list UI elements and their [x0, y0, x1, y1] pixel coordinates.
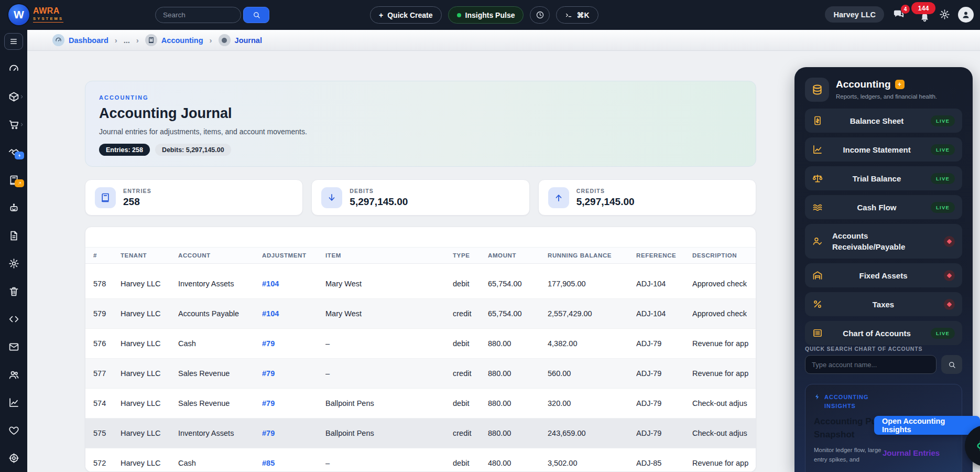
sidebar-item-automation[interactable]	[0, 202, 27, 213]
account-search-input[interactable]	[805, 355, 937, 374]
adjustment-link[interactable]: #79	[262, 339, 325, 348]
chat-button[interactable]: 4	[892, 8, 905, 20]
gear-icon	[939, 9, 950, 20]
table-cell: Ballpoint Pens	[325, 429, 453, 437]
sidebar-item-inventory[interactable]	[0, 91, 27, 102]
panel-item-label: Balance Sheet	[828, 115, 925, 126]
tenant-chip[interactable]: Harvey LLC	[825, 6, 884, 23]
sidebar-item-health[interactable]	[0, 425, 27, 436]
adjustment-link[interactable]: #104	[262, 309, 325, 318]
search-icon	[253, 11, 260, 19]
table-cell: 177,905.00	[548, 280, 636, 288]
breadcrumb-separator: ›	[210, 36, 212, 45]
user-check-icon	[812, 236, 823, 246]
table-header: #TENANTACCOUNTADJUSTMENTITEMTYPEAMOUNTRU…	[85, 247, 756, 264]
stat-value: 5,297,145.00	[576, 196, 635, 208]
journal-entries-link[interactable]: Journal Entries	[883, 448, 940, 457]
breadcrumb-separator: ›	[115, 36, 117, 45]
column-header: RUNNING BALANCE	[548, 252, 636, 259]
sidebar-item-accounting[interactable]	[0, 175, 27, 186]
stat-card-debits: DEBITS5,297,145.00	[311, 179, 529, 216]
column-header: AMOUNT	[488, 252, 548, 259]
breadcrumb-accounting[interactable]: Accounting	[145, 34, 203, 46]
history-button[interactable]	[530, 6, 550, 24]
table-row[interactable]: 572Harvey LLCCash#85–debit480.003,502.00…	[85, 448, 756, 472]
open-insights-button[interactable]: Open Accounting Insights	[874, 416, 980, 435]
table-cell: Accounts Payable	[178, 309, 262, 318]
accounting-panel: Accounting + Reports, ledgers, and finan…	[794, 67, 973, 472]
table-cell: Harvey LLC	[121, 399, 178, 407]
sidebar-item-settings[interactable]	[0, 258, 27, 269]
top-bar: W AWRA SYSTEMS + Quick Create Insights P…	[0, 0, 980, 30]
table-row[interactable]: 577Harvey LLCSales Revenue#79–credit880.…	[85, 359, 756, 389]
insights-pulse-button[interactable]: Insights Pulse	[448, 6, 524, 24]
panel-item-cash-flow[interactable]: Cash FlowLIVE	[805, 195, 962, 219]
new-dot-badge	[944, 270, 955, 281]
gauge-icon	[8, 63, 19, 74]
table-cell: Inventory Assets	[178, 429, 262, 437]
search-input[interactable]	[155, 7, 241, 23]
trash-icon	[8, 286, 19, 297]
sidebar-item-team[interactable]	[0, 369, 27, 380]
column-header: REFERENCE	[636, 252, 692, 259]
new-dot-badge	[944, 299, 955, 310]
panel-item-accounts-receivable-payable[interactable]: Accounts Receivable/Payable	[805, 224, 962, 259]
brand-logo[interactable]: W AWRA SYSTEMS	[8, 4, 63, 25]
panel-item-taxes[interactable]: Taxes	[805, 292, 962, 316]
list-icon	[812, 328, 823, 338]
panel-item-trial-balance[interactable]: Trial BalanceLIVE	[805, 166, 962, 190]
panel-item-balance-sheet[interactable]: Balance SheetLIVE	[805, 109, 962, 133]
table-row[interactable]: 576Harvey LLCCash#79–debit880.004,382.00…	[85, 329, 756, 359]
sidebar-item-goals[interactable]	[0, 453, 27, 464]
command-palette-button[interactable]: ⌘K	[556, 6, 598, 24]
sidebar-item-sales[interactable]	[0, 119, 27, 130]
account-button[interactable]	[958, 7, 974, 23]
adjustment-link[interactable]: #79	[262, 399, 325, 407]
table-cell: 3,502.00	[548, 459, 636, 467]
search-button[interactable]	[243, 7, 269, 23]
panel-item-fixed-assets[interactable]: Fixed Assets	[805, 263, 962, 287]
sidebar-item-analytics[interactable]	[0, 397, 27, 408]
table-cell: Harvey LLC	[121, 369, 178, 378]
sidebar-item-developer[interactable]	[0, 314, 27, 325]
table-row[interactable]: 575Harvey LLCInventory Assets#79Ballpoin…	[85, 419, 756, 448]
column-header: #	[93, 252, 121, 259]
table-cell: 576	[93, 339, 121, 348]
stat-label: CREDITS	[576, 188, 635, 194]
quick-create-button[interactable]: + Quick Create	[370, 6, 442, 24]
panel-item-income-statement[interactable]: Income StatementLIVE	[805, 137, 962, 162]
account-search-button[interactable]	[941, 355, 962, 374]
table-cell: 560.00	[548, 369, 636, 378]
column-header: TYPE	[453, 252, 488, 259]
clock-icon	[536, 10, 545, 19]
table-cell: –	[325, 369, 453, 378]
table-row[interactable]: 579Harvey LLCAccounts Payable#104Mary We…	[85, 299, 756, 329]
sidebar-item-documents[interactable]	[0, 230, 27, 241]
sidebar-item-dashboard[interactable]	[0, 63, 27, 74]
table-cell: credit	[453, 309, 488, 318]
adjustment-link[interactable]: #79	[262, 369, 325, 378]
sidebar-item-mail[interactable]	[0, 341, 27, 352]
panel-item-chart-of-accounts[interactable]: Chart of AccountsLIVE	[805, 321, 962, 345]
user-icon	[961, 10, 971, 19]
breadcrumb-ellipsis[interactable]: ...	[124, 36, 130, 45]
table-cell: 579	[93, 309, 121, 318]
page-header-card: ACCOUNTING Accounting Journal Journal en…	[85, 81, 756, 167]
table-row[interactable]: 574Harvey LLCSales Revenue#79Ballpoint P…	[85, 389, 756, 419]
notifications-button[interactable]: 144	[918, 7, 931, 22]
adjustment-link[interactable]: #79	[262, 429, 325, 437]
table-cell: Revenue for app	[692, 339, 756, 348]
plus-icon: +	[379, 11, 383, 19]
breadcrumb-dashboard[interactable]: Dashboard	[52, 34, 108, 46]
sidebar-item-partners[interactable]	[0, 147, 27, 158]
table-cell: Harvey LLC	[121, 280, 178, 288]
adjustment-link[interactable]: #85	[262, 459, 325, 467]
table-cell: 578	[93, 280, 121, 288]
adjustment-link[interactable]: #104	[262, 280, 325, 288]
live-badge: LIVE	[931, 328, 955, 339]
table-cell: 65,754.00	[488, 280, 548, 288]
table-row[interactable]: 578Harvey LLCInventory Assets#104Mary We…	[85, 269, 756, 299]
settings-button[interactable]	[939, 9, 950, 20]
sidebar-item-trash[interactable]	[0, 286, 27, 297]
menu-toggle-button[interactable]	[4, 33, 23, 50]
